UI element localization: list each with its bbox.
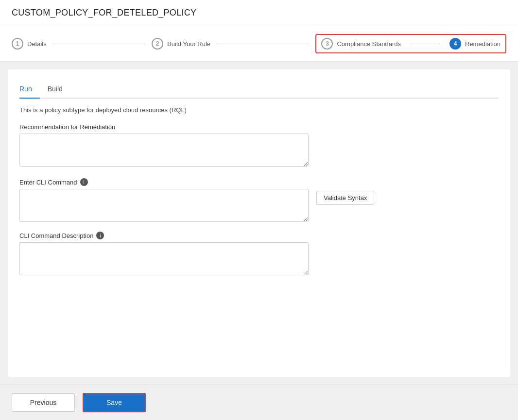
step-3-label: Compliance Standards (337, 40, 401, 48)
step-2-label: Build Your Rule (167, 40, 210, 48)
step-4: 4 Remediation (449, 38, 501, 50)
tab-run[interactable]: Run (19, 81, 40, 99)
tab-build[interactable]: Build (48, 81, 70, 99)
stepper: 1 Details 2 Build Your Rule 3 Compliance… (0, 26, 518, 62)
step-3-circle: 3 (321, 38, 333, 50)
step-line-1 (52, 44, 146, 44)
page-header: CUSTOM_POLICY_FOR_DETELED_POLICY (0, 0, 518, 26)
recommendation-group: Recommendation for Remediation (19, 123, 499, 168)
step-1: 1 Details (12, 38, 47, 50)
subtext: This is a policy subtype for deployed cl… (19, 106, 499, 114)
step-2: 2 Build Your Rule (152, 38, 210, 50)
cli-description-label: CLI Command Description i (19, 232, 499, 239)
footer: Previous Save (0, 385, 518, 420)
previous-button[interactable]: Previous (12, 393, 75, 412)
cli-description-info-icon: i (96, 232, 104, 239)
cli-command-textarea[interactable] (19, 189, 309, 222)
step-1-circle: 1 (12, 38, 23, 50)
steps-highlighted: 3 Compliance Standards 4 Remediation (315, 34, 506, 53)
recommendation-label: Recommendation for Remediation (19, 123, 499, 131)
recommendation-textarea[interactable] (19, 134, 309, 167)
cli-command-group: Enter CLI Command i Validate Syntax (19, 178, 499, 222)
cli-command-row: Validate Syntax (19, 189, 499, 222)
page-title: CUSTOM_POLICY_FOR_DETELED_POLICY (12, 8, 196, 17)
step-3: 3 Compliance Standards (321, 38, 401, 50)
main-content: Run Build This is a policy subtype for d… (8, 69, 510, 377)
tabs: Run Build (19, 81, 499, 99)
step-2-circle: 2 (152, 38, 163, 50)
cli-description-group: CLI Command Description i (19, 232, 499, 277)
save-button[interactable]: Save (83, 393, 146, 412)
cli-description-textarea[interactable] (19, 242, 309, 275)
validate-syntax-button[interactable]: Validate Syntax (316, 191, 374, 205)
step-line-3 (411, 44, 440, 44)
page-wrapper: CUSTOM_POLICY_FOR_DETELED_POLICY 1 Detai… (0, 0, 518, 420)
step-4-circle: 4 (449, 38, 461, 50)
step-line-2 (216, 44, 310, 44)
step-4-label: Remediation (465, 40, 501, 48)
cli-command-label: Enter CLI Command i (19, 178, 499, 186)
step-1-label: Details (27, 40, 47, 48)
cli-command-info-icon: i (80, 178, 88, 186)
